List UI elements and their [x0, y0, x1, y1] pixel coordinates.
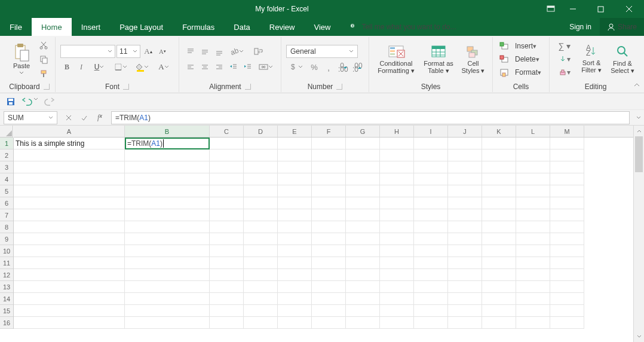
cell-K9[interactable] [482, 233, 516, 245]
column-header-C[interactable]: C [210, 126, 244, 137]
autosum-button[interactable]: ∑ ▾ [554, 39, 575, 53]
cell-B13[interactable] [125, 281, 210, 293]
cell-G14[interactable] [346, 293, 380, 305]
dialog-launcher-icon[interactable] [245, 84, 251, 90]
cell-K14[interactable] [482, 293, 516, 305]
cell-G12[interactable] [346, 269, 380, 281]
copy-button[interactable] [37, 53, 50, 66]
cell-A9[interactable] [14, 233, 125, 245]
tab-file[interactable]: File [0, 18, 32, 36]
close-button[interactable] [614, 0, 644, 18]
cell-M13[interactable] [550, 281, 584, 293]
scroll-down-button[interactable] [634, 331, 644, 342]
tab-formulas[interactable]: Formulas [173, 18, 224, 36]
cell-I4[interactable] [414, 173, 448, 185]
cell-M16[interactable] [550, 317, 584, 329]
cell-L10[interactable] [516, 245, 550, 257]
cell-C11[interactable] [210, 257, 244, 269]
tab-view[interactable]: View [304, 18, 340, 36]
cell-C6[interactable] [210, 197, 244, 209]
cell-J2[interactable] [448, 149, 482, 161]
cell-D6[interactable] [244, 197, 278, 209]
cell-L2[interactable] [516, 149, 550, 161]
percent-format-button[interactable]: % [308, 60, 321, 74]
cell-M9[interactable] [550, 233, 584, 245]
cell-J10[interactable] [448, 245, 482, 257]
cell-I15[interactable] [414, 305, 448, 317]
increase-indent-button[interactable] [241, 60, 254, 74]
sign-in-link[interactable]: Sign in [561, 18, 600, 36]
row-header-14[interactable]: 14 [0, 293, 13, 305]
row-header-15[interactable]: 15 [0, 305, 13, 317]
format-as-table-button[interactable]: Format asTable ▾ [421, 39, 456, 79]
cell-B6[interactable] [125, 197, 210, 209]
cell-editor[interactable]: =TRIM(A1) [125, 138, 210, 149]
cell-L6[interactable] [516, 197, 550, 209]
cell-A1[interactable]: This is a simple string [14, 138, 125, 149]
cell-D11[interactable] [244, 257, 278, 269]
column-header-A[interactable]: A [14, 126, 125, 137]
column-header-D[interactable]: D [244, 126, 278, 137]
column-header-K[interactable]: K [482, 126, 516, 137]
cell-G1[interactable] [346, 138, 380, 149]
dialog-launcher-icon[interactable] [336, 84, 342, 90]
cell-H6[interactable] [380, 197, 414, 209]
cell-D7[interactable] [244, 209, 278, 221]
cell-J16[interactable] [448, 317, 482, 329]
cell-A11[interactable] [14, 257, 125, 269]
delete-cells-button[interactable]: Delete ▾ [512, 53, 542, 66]
maximize-button[interactable] [587, 0, 614, 18]
cell-K3[interactable] [482, 161, 516, 173]
row-header-1[interactable]: 1 [0, 138, 13, 149]
cell-K1[interactable] [482, 138, 516, 149]
cell-K13[interactable] [482, 281, 516, 293]
cell-G16[interactable] [346, 317, 380, 329]
cell-K4[interactable] [482, 173, 516, 185]
column-header-H[interactable]: H [380, 126, 414, 137]
cell-H15[interactable] [380, 305, 414, 317]
cell-A15[interactable] [14, 305, 125, 317]
cell-G9[interactable] [346, 233, 380, 245]
cell-E1[interactable] [278, 138, 312, 149]
cell-E11[interactable] [278, 257, 312, 269]
cell-F1[interactable] [312, 138, 346, 149]
increase-decimal-button[interactable]: .0.00 [336, 60, 349, 74]
cell-I13[interactable] [414, 281, 448, 293]
orientation-button[interactable]: ab [227, 45, 247, 58]
column-header-I[interactable]: I [414, 126, 448, 137]
cell-M8[interactable] [550, 221, 584, 233]
cell-K5[interactable] [482, 185, 516, 197]
cell-L12[interactable] [516, 269, 550, 281]
font-color-button[interactable]: A [154, 60, 174, 74]
cell-C1[interactable] [210, 138, 244, 149]
cell-L9[interactable] [516, 233, 550, 245]
clear-button[interactable]: ▾ [554, 66, 575, 79]
cell-F7[interactable] [312, 209, 346, 221]
cell-H5[interactable] [380, 185, 414, 197]
font-family-select[interactable] [60, 45, 115, 58]
cut-button[interactable] [37, 38, 50, 51]
cell-E4[interactable] [278, 173, 312, 185]
align-center-button[interactable] [198, 60, 211, 74]
column-header-L[interactable]: L [516, 126, 550, 137]
cell-K10[interactable] [482, 245, 516, 257]
cell-J3[interactable] [448, 161, 482, 173]
align-top-button[interactable] [184, 45, 197, 58]
cell-F2[interactable] [312, 149, 346, 161]
fill-button[interactable]: ▾ [554, 53, 575, 66]
cell-M4[interactable] [550, 173, 584, 185]
cell-B2[interactable] [125, 149, 210, 161]
cell-B8[interactable] [125, 221, 210, 233]
insert-cells-button[interactable]: Insert ▾ [512, 39, 539, 53]
cell-E16[interactable] [278, 317, 312, 329]
cancel-formula-button[interactable] [63, 114, 74, 121]
cell-L7[interactable] [516, 209, 550, 221]
scrollbar-thumb[interactable] [635, 136, 643, 172]
cell-F11[interactable] [312, 257, 346, 269]
cell-J12[interactable] [448, 269, 482, 281]
row-header-6[interactable]: 6 [0, 197, 13, 209]
cell-H2[interactable] [380, 149, 414, 161]
decrease-font-size-button[interactable]: A▾ [156, 45, 169, 58]
cell-J1[interactable] [448, 138, 482, 149]
cell-A5[interactable] [14, 185, 125, 197]
